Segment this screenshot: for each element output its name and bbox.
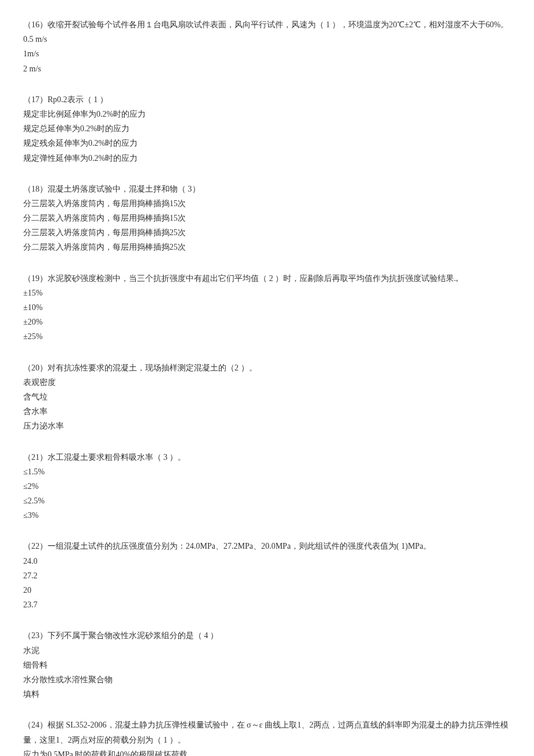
option: ≤1.5%: [23, 465, 511, 479]
question-18: （18）混凝土坍落度试验中，混凝土拌和物（ 3） 分三层装入坍落度筒内，每层用捣…: [23, 182, 511, 255]
option: 水泥: [23, 643, 511, 658]
option: ≤3%: [23, 508, 511, 523]
question-text: （17）Rp0.2表示（ 1 ）: [23, 92, 511, 107]
option: 24.0: [23, 554, 511, 568]
option: 分二层装入坍落度筒内，每层用捣棒插捣15次: [23, 211, 511, 225]
question-text: （16）收缩开裂试验每个试件各用１台电风扇吹试件表面，风向平行试件，风速为（ 1…: [23, 17, 511, 32]
option: 分二层装入坍落度筒内，每层用捣棒插捣25次: [23, 240, 511, 254]
option: 2 m/s: [23, 62, 511, 76]
option: 20: [23, 583, 511, 597]
option: 填料: [23, 687, 511, 701]
question-text: （21）水工混凝土要求粗骨料吸水率（ 3 ）。: [23, 450, 511, 465]
option: ≤2.5%: [23, 494, 511, 508]
option: 0.5 m/s: [23, 32, 511, 46]
option: ±20%: [23, 315, 511, 329]
question-text: （18）混凝土坍落度试验中，混凝土拌和物（ 3）: [23, 182, 511, 196]
option: 含水率: [23, 404, 511, 419]
option: ±25%: [23, 329, 511, 344]
question-17: （17）Rp0.2表示（ 1 ） 规定非比例延伸率为0.2%时的应力 规定总延伸…: [23, 92, 511, 165]
option: 规定弹性延伸率为0.2%时的应力: [23, 151, 511, 165]
question-22: （22）一组混凝土试件的抗压强度值分别为：24.0MPa、27.2MPa、20.…: [23, 539, 511, 612]
option: 表观密度: [23, 375, 511, 390]
option: 细骨料: [23, 658, 511, 672]
option: 1m/s: [23, 46, 511, 61]
option: 含气垃: [23, 390, 511, 404]
option: ±15%: [23, 286, 511, 300]
question-text: （20）对有抗冻性要求的混凝土，现场抽样测定混凝土的（2 ）。: [23, 361, 511, 375]
option: 分三层装入坍落度筒内，每层用捣棒插捣15次: [23, 196, 511, 211]
question-text: （22）一组混凝土试件的抗压强度值分别为：24.0MPa、27.2MPa、20.…: [23, 539, 511, 553]
question-text: （24）根据 SL352-2006，混凝土静力抗压弹性模量试验中，在 σ～ε 曲…: [23, 718, 511, 747]
option: 压力泌水率: [23, 419, 511, 433]
option: 规定总延伸率为0.2%时的应力: [23, 121, 511, 136]
option: ≤2%: [23, 479, 511, 494]
question-24: （24）根据 SL352-2006，混凝土静力抗压弹性模量试验中，在 σ～ε 曲…: [23, 718, 511, 756]
option: 分三层装入坍落度筒内，每层用捣棒插捣25次: [23, 225, 511, 240]
option: 应力为0.5MPa 时的荷载和40%的极限破坏荷载: [23, 747, 511, 756]
option: 27.2: [23, 568, 511, 583]
option: 规定非比例延伸率为0.2%时的应力: [23, 107, 511, 121]
option: 规定残余延伸率为0.2%时的应力: [23, 136, 511, 150]
question-19: （19）水泥胶砂强度检测中，当三个抗折强度中有超出它们平均值（ 2 ）时，应剔除…: [23, 271, 511, 344]
question-21: （21）水工混凝土要求粗骨料吸水率（ 3 ）。 ≤1.5% ≤2% ≤2.5% …: [23, 450, 511, 523]
question-text: （19）水泥胶砂强度检测中，当三个抗折强度中有超出它们平均值（ 2 ）时，应剔除…: [23, 271, 511, 286]
question-20: （20）对有抗冻性要求的混凝土，现场抽样测定混凝土的（2 ）。 表观密度 含气垃…: [23, 361, 511, 434]
question-text: （23）下列不属于聚合物改性水泥砂浆组分的是（ 4 ）: [23, 628, 511, 643]
option: 水分散性或水溶性聚合物: [23, 672, 511, 687]
question-23: （23）下列不属于聚合物改性水泥砂浆组分的是（ 4 ） 水泥 细骨料 水分散性或…: [23, 628, 511, 701]
option: 23.7: [23, 597, 511, 612]
option: ±10%: [23, 300, 511, 315]
question-16: （16）收缩开裂试验每个试件各用１台电风扇吹试件表面，风向平行试件，风速为（ 1…: [23, 17, 511, 76]
